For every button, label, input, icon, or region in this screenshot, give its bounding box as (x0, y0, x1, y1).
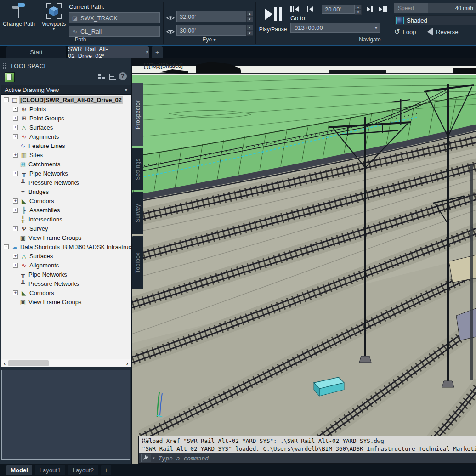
viewports-button[interactable]: Viewports ▾ (40, 3, 68, 36)
go-to-start-button[interactable] (290, 5, 299, 13)
expand-icon[interactable]: + (13, 254, 18, 259)
scroll-right-icon[interactable]: › (124, 360, 131, 367)
tree-item-catchments[interactable]: ▧Catchments (1, 159, 131, 169)
tab-start[interactable]: Start (6, 46, 66, 58)
tree-item-cloud-swr-rail-alt-02-drive-02[interactable]: −□[CLOUD]SWR_Rail_Alt-02_Drive_02 (1, 95, 131, 104)
item-view-orientation-icon[interactable]: ⌐ (97, 73, 107, 81)
current-path-surface-field[interactable]: ◪ SWX_TRACK (69, 12, 160, 23)
expand-icon[interactable]: + (13, 171, 18, 176)
step-increment-spinner[interactable]: ▴▾ (355, 5, 362, 14)
tree-horizontal-scrollbar[interactable]: ‹ › (1, 359, 131, 367)
expand-icon[interactable]: + (13, 153, 18, 158)
viewport-3d-scene[interactable] (132, 58, 476, 464)
step-back-button[interactable] (307, 5, 313, 13)
tree-item-label: Bridges (27, 188, 50, 196)
tree-item-view-frame-groups[interactable]: ▣View Frame Groups (1, 297, 131, 306)
loop-toggle[interactable]: ↺ Loop (394, 27, 424, 36)
active-drawing-icon[interactable] (5, 72, 15, 82)
tree-item-assemblies[interactable]: +╠Assemblies (1, 205, 131, 215)
expand-icon[interactable]: + (13, 198, 18, 204)
grip-dots-icon[interactable] (142, 438, 150, 442)
tree-item-surfaces[interactable]: +△Surfaces (1, 251, 131, 261)
tree-item-alignments[interactable]: +∿Alignments (1, 261, 131, 270)
tab-layout2[interactable]: Layout2 (68, 465, 98, 475)
side-tab-toolbox[interactable]: Toolbox (132, 236, 143, 289)
tree-item-survey[interactable]: +ΨSurvey (1, 224, 131, 233)
tree-item-corridors[interactable]: +◣Corridors (1, 196, 131, 205)
tree-item-label: Pressure Networks (27, 280, 80, 288)
grip-dots-icon[interactable] (3, 62, 7, 69)
tree-item-intersections[interactable]: ╬Intersections (1, 215, 131, 224)
surfaces-icon: △ (20, 124, 28, 131)
tree-item-data-shortcuts-bim-360-adsk-infrastr[interactable]: −☁Data Shortcuts [BIM 360:\ADSK Infrastr… (1, 242, 131, 251)
play-pause-button[interactable]: Play/Pause (258, 3, 288, 36)
expand-icon[interactable]: + (13, 226, 18, 231)
eye-panel-label[interactable]: Eye ▾ (181, 36, 237, 43)
navigate-panel-label: Navigate (342, 36, 397, 43)
side-tab-settings[interactable]: Settings (132, 148, 143, 190)
expand-icon[interactable]: + (13, 116, 18, 121)
tree-item-feature-lines[interactable]: ∿Feature Lines (1, 141, 131, 150)
tab-model[interactable]: Model (6, 465, 32, 475)
tree-item-bridges[interactable]: ≍Bridges (1, 187, 131, 196)
help-button[interactable]: ? (119, 72, 127, 80)
visual-style-dropdown[interactable]: Shaded (394, 15, 476, 25)
goto-station-dropdown[interactable]: 913+00.00 ▾ (290, 23, 380, 33)
side-tab-survey[interactable]: Survey (132, 192, 143, 234)
tree-item-pipe-networks[interactable]: +╥Pipe Networks (1, 169, 131, 178)
viewport-controls-label[interactable]: [-][Top][Shaded] (144, 62, 183, 69)
tree-item-surfaces[interactable]: +△Surfaces (1, 123, 131, 132)
expand-icon[interactable] (13, 107, 18, 112)
new-drawing-tab-button[interactable]: + (152, 46, 163, 58)
preview-pane-toggle-icon[interactable] (108, 73, 118, 81)
close-icon[interactable]: × (145, 49, 149, 56)
tree-item-label: Intersections (27, 215, 64, 223)
collapse-icon[interactable]: − (4, 244, 9, 249)
command-input-row[interactable]: > ▾ (139, 453, 476, 464)
tree-item-alignments[interactable]: +∿Alignments (1, 132, 131, 141)
tree-item-pipe-networks[interactable]: ╥Pipe Networks (1, 270, 131, 279)
view-selector-dropdown[interactable]: Active Drawing View ▾ (1, 85, 131, 95)
tree-item-pressure-networks[interactable]: ╨Pressure Networks (1, 178, 131, 187)
wrench-customize-icon[interactable] (142, 454, 149, 463)
drawing-viewport[interactable]: [-][Top][Shaded] (132, 58, 476, 464)
current-path-alignment-field[interactable]: ∿ CL_Rail (69, 26, 160, 37)
tab-layout1[interactable]: Layout1 (35, 465, 65, 475)
tree-item-pressure-networks[interactable]: ╨Pressure Networks (1, 279, 131, 288)
step-forward-button[interactable] (367, 5, 373, 13)
spin-down-icon: ▾ (246, 17, 253, 22)
tree-item-point-groups[interactable]: +⊞Point Groups (1, 113, 131, 123)
expand-icon[interactable]: + (13, 208, 18, 213)
sites-icon: ▦ (20, 152, 28, 159)
tree-item-label: Point Groups (28, 114, 66, 122)
close-icon[interactable]: × (142, 444, 147, 452)
eye-distance-spinner[interactable]: ▴▾ (246, 25, 253, 36)
toolspace-titlebar[interactable]: TOOLSPACE (0, 61, 131, 70)
eye-distance-field[interactable]: 30.00' (176, 25, 246, 36)
speed-slider[interactable]: Speed 40 mi/h (394, 3, 476, 13)
expand-icon[interactable]: + (13, 125, 18, 130)
side-tab-prospector[interactable]: Prospector (132, 83, 143, 146)
scrollbar-thumb[interactable] (8, 360, 49, 366)
data-shortcuts-cloud-icon: ☁ (11, 244, 19, 250)
chevron-down-icon[interactable]: ▾ (153, 456, 155, 460)
scroll-left-icon[interactable]: ‹ (1, 360, 8, 367)
expand-icon[interactable]: + (13, 263, 18, 268)
command-input[interactable] (158, 454, 476, 462)
collapse-icon[interactable]: − (4, 97, 9, 102)
tree-item-sites[interactable]: +▦Sites (1, 150, 131, 159)
eye-height-field[interactable]: 32.00' (176, 11, 246, 22)
tree-item-points[interactable]: ⊕Points (1, 104, 131, 113)
eye-height-spinner[interactable]: ▴▾ (246, 11, 253, 22)
tree-item-corridors[interactable]: +◣Corridors (1, 288, 131, 297)
step-increment-field[interactable]: 20.00' (322, 5, 355, 14)
new-layout-button[interactable]: + (101, 465, 111, 475)
tab-active-drawing[interactable]: SWR_Rail_Alt-02_Drive_02* × (68, 46, 149, 58)
reverse-toggle[interactable]: Reverse (427, 27, 473, 36)
expand-icon[interactable]: + (13, 134, 18, 139)
change-path-button[interactable]: Change Path (3, 3, 35, 36)
tree-item-view-frame-groups[interactable]: ▣View Frame Groups (1, 233, 131, 242)
expand-icon[interactable]: + (13, 290, 18, 295)
speed-slider-thumb[interactable]: Speed (394, 3, 428, 13)
go-to-end-button[interactable] (379, 5, 387, 13)
